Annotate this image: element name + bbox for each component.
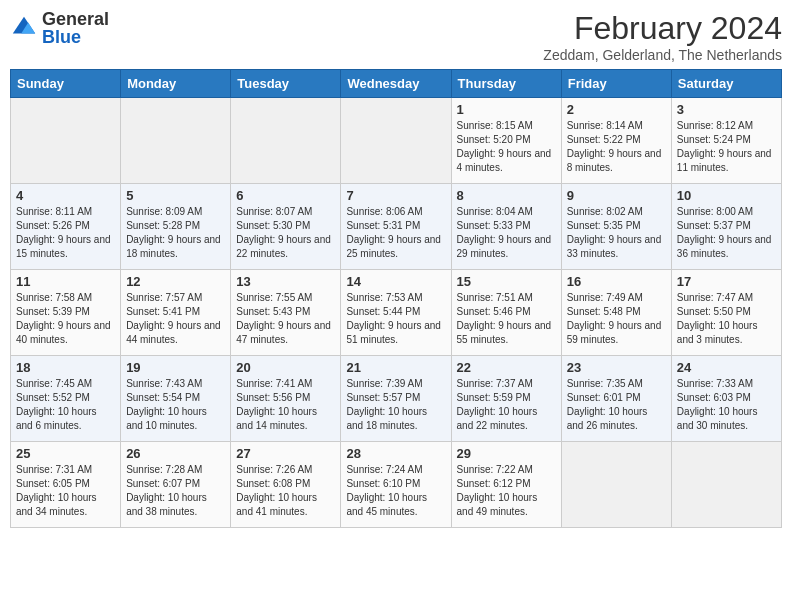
day-info: Sunrise: 7:43 AM Sunset: 5:54 PM Dayligh… <box>126 377 225 433</box>
day-number: 3 <box>677 102 776 117</box>
calendar-week-row: 4Sunrise: 8:11 AM Sunset: 5:26 PM Daylig… <box>11 184 782 270</box>
day-info: Sunrise: 7:31 AM Sunset: 6:05 PM Dayligh… <box>16 463 115 519</box>
day-number: 21 <box>346 360 445 375</box>
title-block: February 2024 Zeddam, Gelderland, The Ne… <box>543 10 782 63</box>
day-number: 26 <box>126 446 225 461</box>
day-info: Sunrise: 7:33 AM Sunset: 6:03 PM Dayligh… <box>677 377 776 433</box>
day-info: Sunrise: 7:57 AM Sunset: 5:41 PM Dayligh… <box>126 291 225 347</box>
logo-icon <box>10 14 38 42</box>
calendar-week-row: 1Sunrise: 8:15 AM Sunset: 5:20 PM Daylig… <box>11 98 782 184</box>
day-info: Sunrise: 8:00 AM Sunset: 5:37 PM Dayligh… <box>677 205 776 261</box>
day-number: 19 <box>126 360 225 375</box>
calendar-cell: 5Sunrise: 8:09 AM Sunset: 5:28 PM Daylig… <box>121 184 231 270</box>
day-info: Sunrise: 8:12 AM Sunset: 5:24 PM Dayligh… <box>677 119 776 175</box>
logo-blue-text: Blue <box>42 28 109 46</box>
calendar-table: SundayMondayTuesdayWednesdayThursdayFrid… <box>10 69 782 528</box>
calendar-cell: 17Sunrise: 7:47 AM Sunset: 5:50 PM Dayli… <box>671 270 781 356</box>
calendar-cell: 4Sunrise: 8:11 AM Sunset: 5:26 PM Daylig… <box>11 184 121 270</box>
day-number: 6 <box>236 188 335 203</box>
day-info: Sunrise: 8:02 AM Sunset: 5:35 PM Dayligh… <box>567 205 666 261</box>
day-number: 25 <box>16 446 115 461</box>
calendar-cell: 16Sunrise: 7:49 AM Sunset: 5:48 PM Dayli… <box>561 270 671 356</box>
day-info: Sunrise: 7:47 AM Sunset: 5:50 PM Dayligh… <box>677 291 776 347</box>
day-number: 29 <box>457 446 556 461</box>
day-info: Sunrise: 7:53 AM Sunset: 5:44 PM Dayligh… <box>346 291 445 347</box>
calendar-cell <box>121 98 231 184</box>
calendar-week-row: 25Sunrise: 7:31 AM Sunset: 6:05 PM Dayli… <box>11 442 782 528</box>
day-number: 2 <box>567 102 666 117</box>
day-info: Sunrise: 8:04 AM Sunset: 5:33 PM Dayligh… <box>457 205 556 261</box>
day-number: 13 <box>236 274 335 289</box>
calendar-cell: 11Sunrise: 7:58 AM Sunset: 5:39 PM Dayli… <box>11 270 121 356</box>
calendar-cell: 9Sunrise: 8:02 AM Sunset: 5:35 PM Daylig… <box>561 184 671 270</box>
day-info: Sunrise: 8:06 AM Sunset: 5:31 PM Dayligh… <box>346 205 445 261</box>
calendar-cell: 2Sunrise: 8:14 AM Sunset: 5:22 PM Daylig… <box>561 98 671 184</box>
day-info: Sunrise: 7:45 AM Sunset: 5:52 PM Dayligh… <box>16 377 115 433</box>
calendar-cell: 29Sunrise: 7:22 AM Sunset: 6:12 PM Dayli… <box>451 442 561 528</box>
day-info: Sunrise: 7:55 AM Sunset: 5:43 PM Dayligh… <box>236 291 335 347</box>
day-number: 20 <box>236 360 335 375</box>
day-number: 28 <box>346 446 445 461</box>
day-info: Sunrise: 8:15 AM Sunset: 5:20 PM Dayligh… <box>457 119 556 175</box>
day-number: 27 <box>236 446 335 461</box>
day-info: Sunrise: 8:14 AM Sunset: 5:22 PM Dayligh… <box>567 119 666 175</box>
calendar-cell: 24Sunrise: 7:33 AM Sunset: 6:03 PM Dayli… <box>671 356 781 442</box>
day-info: Sunrise: 7:49 AM Sunset: 5:48 PM Dayligh… <box>567 291 666 347</box>
day-info: Sunrise: 8:11 AM Sunset: 5:26 PM Dayligh… <box>16 205 115 261</box>
calendar-cell: 23Sunrise: 7:35 AM Sunset: 6:01 PM Dayli… <box>561 356 671 442</box>
calendar-cell: 8Sunrise: 8:04 AM Sunset: 5:33 PM Daylig… <box>451 184 561 270</box>
calendar-cell: 27Sunrise: 7:26 AM Sunset: 6:08 PM Dayli… <box>231 442 341 528</box>
day-info: Sunrise: 7:51 AM Sunset: 5:46 PM Dayligh… <box>457 291 556 347</box>
calendar-week-row: 18Sunrise: 7:45 AM Sunset: 5:52 PM Dayli… <box>11 356 782 442</box>
header-sunday: Sunday <box>11 70 121 98</box>
day-info: Sunrise: 8:07 AM Sunset: 5:30 PM Dayligh… <box>236 205 335 261</box>
calendar-cell: 3Sunrise: 8:12 AM Sunset: 5:24 PM Daylig… <box>671 98 781 184</box>
calendar-cell: 20Sunrise: 7:41 AM Sunset: 5:56 PM Dayli… <box>231 356 341 442</box>
day-info: Sunrise: 7:35 AM Sunset: 6:01 PM Dayligh… <box>567 377 666 433</box>
day-number: 12 <box>126 274 225 289</box>
day-info: Sunrise: 7:28 AM Sunset: 6:07 PM Dayligh… <box>126 463 225 519</box>
day-number: 18 <box>16 360 115 375</box>
header-thursday: Thursday <box>451 70 561 98</box>
day-number: 5 <box>126 188 225 203</box>
calendar-cell: 25Sunrise: 7:31 AM Sunset: 6:05 PM Dayli… <box>11 442 121 528</box>
calendar-cell <box>561 442 671 528</box>
day-info: Sunrise: 7:37 AM Sunset: 5:59 PM Dayligh… <box>457 377 556 433</box>
header-friday: Friday <box>561 70 671 98</box>
day-number: 16 <box>567 274 666 289</box>
page-header: General Blue February 2024 Zeddam, Gelde… <box>10 10 782 63</box>
day-number: 8 <box>457 188 556 203</box>
logo-general-text: General <box>42 10 109 28</box>
header-wednesday: Wednesday <box>341 70 451 98</box>
day-number: 10 <box>677 188 776 203</box>
day-info: Sunrise: 7:41 AM Sunset: 5:56 PM Dayligh… <box>236 377 335 433</box>
day-number: 22 <box>457 360 556 375</box>
day-number: 15 <box>457 274 556 289</box>
calendar-cell: 22Sunrise: 7:37 AM Sunset: 5:59 PM Dayli… <box>451 356 561 442</box>
day-info: Sunrise: 7:26 AM Sunset: 6:08 PM Dayligh… <box>236 463 335 519</box>
day-number: 9 <box>567 188 666 203</box>
day-number: 17 <box>677 274 776 289</box>
calendar-cell: 28Sunrise: 7:24 AM Sunset: 6:10 PM Dayli… <box>341 442 451 528</box>
day-number: 14 <box>346 274 445 289</box>
calendar-cell: 10Sunrise: 8:00 AM Sunset: 5:37 PM Dayli… <box>671 184 781 270</box>
day-info: Sunrise: 8:09 AM Sunset: 5:28 PM Dayligh… <box>126 205 225 261</box>
day-number: 11 <box>16 274 115 289</box>
calendar-cell: 18Sunrise: 7:45 AM Sunset: 5:52 PM Dayli… <box>11 356 121 442</box>
header-saturday: Saturday <box>671 70 781 98</box>
calendar-header-row: SundayMondayTuesdayWednesdayThursdayFrid… <box>11 70 782 98</box>
header-tuesday: Tuesday <box>231 70 341 98</box>
calendar-cell: 1Sunrise: 8:15 AM Sunset: 5:20 PM Daylig… <box>451 98 561 184</box>
logo: General Blue <box>10 10 109 46</box>
calendar-week-row: 11Sunrise: 7:58 AM Sunset: 5:39 PM Dayli… <box>11 270 782 356</box>
calendar-cell: 7Sunrise: 8:06 AM Sunset: 5:31 PM Daylig… <box>341 184 451 270</box>
calendar-cell: 6Sunrise: 8:07 AM Sunset: 5:30 PM Daylig… <box>231 184 341 270</box>
day-info: Sunrise: 7:58 AM Sunset: 5:39 PM Dayligh… <box>16 291 115 347</box>
day-number: 24 <box>677 360 776 375</box>
calendar-cell <box>231 98 341 184</box>
month-year-title: February 2024 <box>543 10 782 47</box>
calendar-cell: 21Sunrise: 7:39 AM Sunset: 5:57 PM Dayli… <box>341 356 451 442</box>
calendar-cell: 15Sunrise: 7:51 AM Sunset: 5:46 PM Dayli… <box>451 270 561 356</box>
calendar-cell <box>671 442 781 528</box>
header-monday: Monday <box>121 70 231 98</box>
